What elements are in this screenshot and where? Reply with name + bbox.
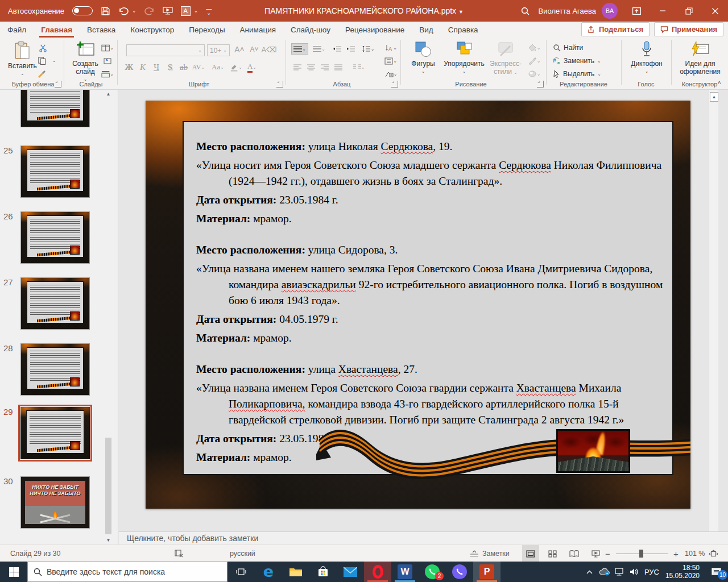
thumbnail-scroll-up-button[interactable]: ▲ bbox=[104, 90, 113, 98]
tray-onedrive-icon[interactable] bbox=[597, 562, 612, 582]
thumbnail-slide-27[interactable] bbox=[20, 277, 90, 330]
zoom-in-button[interactable]: + bbox=[673, 545, 679, 562]
undo-dropdown-caret[interactable]: ⌄ bbox=[132, 8, 136, 14]
taskbar-file-explorer-icon[interactable] bbox=[282, 562, 309, 582]
taskbar-search-box[interactable] bbox=[27, 562, 228, 582]
zoom-slider-thumb[interactable] bbox=[639, 550, 643, 558]
align-text-button[interactable]: ⌄ bbox=[382, 55, 399, 66]
reset-slide-button[interactable] bbox=[101, 55, 114, 66]
convert-smartart-button[interactable]: ⌄ bbox=[382, 68, 399, 80]
tab-slideshow[interactable]: Слайд-шоу bbox=[283, 22, 338, 38]
comments-button[interactable]: Примечания bbox=[654, 22, 723, 36]
replace-button[interactable]: bcЗаменить ⌄ bbox=[553, 55, 615, 66]
editor-scrollbar[interactable]: ▲ bbox=[709, 90, 718, 531]
font-dialog-launcher[interactable] bbox=[276, 81, 283, 88]
taskbar-powerpoint-icon[interactable]: P bbox=[473, 562, 500, 582]
tray-language-indicator[interactable]: РУС bbox=[642, 562, 662, 582]
tab-design[interactable]: Конструктор bbox=[123, 22, 181, 38]
restore-button[interactable] bbox=[676, 0, 702, 22]
tray-volume-icon[interactable] bbox=[627, 562, 642, 582]
action-center-button[interactable]: 10 bbox=[704, 562, 728, 582]
close-button[interactable] bbox=[702, 0, 728, 22]
copy-button[interactable] bbox=[35, 55, 48, 66]
collapse-ribbon-button[interactable]: ˄ bbox=[718, 79, 721, 86]
text-direction-button[interactable]: А⌄ bbox=[382, 42, 399, 53]
taskbar-search-input[interactable] bbox=[47, 567, 212, 576]
tray-network-icon[interactable] bbox=[612, 562, 627, 582]
customize-qat-button[interactable]: —⌄ bbox=[206, 7, 212, 15]
undo-button[interactable] bbox=[118, 6, 129, 15]
section-button[interactable]: ⌄ bbox=[101, 68, 114, 80]
taskbar-viber-icon[interactable] bbox=[446, 562, 473, 582]
avatar[interactable]: ВА bbox=[602, 3, 618, 19]
taskbar-mail-icon[interactable] bbox=[337, 562, 364, 582]
shapes-button[interactable]: Фигуры ⌄ bbox=[407, 41, 439, 76]
slide-text-box[interactable]: Место расположения: улица Николая Сердюк… bbox=[183, 121, 673, 475]
arrange-button[interactable]: Упорядочить ⌄ bbox=[441, 41, 487, 76]
paste-button[interactable]: Вставить ⌄ bbox=[8, 41, 37, 78]
clipboard-dialog-launcher[interactable] bbox=[55, 81, 61, 88]
tab-home[interactable]: Главная bbox=[34, 22, 80, 38]
reading-view-button[interactable] bbox=[565, 545, 582, 562]
numbering-button[interactable]: ⌄ bbox=[311, 43, 328, 55]
drawing-dialog-launcher[interactable] bbox=[537, 81, 544, 88]
slide-layout-button[interactable]: ⌄ bbox=[101, 42, 114, 53]
thumbnail-scrollbar[interactable]: ▲ ▼ bbox=[104, 90, 113, 544]
notes-pane[interactable]: Щелкните, чтобы добавить заметки bbox=[119, 531, 728, 544]
user-name[interactable]: Виолетта Агаева bbox=[539, 7, 596, 15]
new-slide-button[interactable]: Создать слайд ⌄ bbox=[69, 41, 101, 84]
start-slideshow-icon[interactable] bbox=[163, 6, 173, 15]
share-button[interactable]: Поделиться bbox=[581, 22, 650, 36]
minimize-button[interactable] bbox=[650, 0, 676, 22]
format-painter-button[interactable] bbox=[35, 68, 48, 80]
copy-dropdown-caret[interactable]: ⌄ bbox=[48, 55, 60, 66]
spell-check-icon[interactable] bbox=[174, 545, 184, 562]
task-view-button[interactable] bbox=[228, 562, 255, 582]
notes-toggle-button[interactable]: Заметки bbox=[470, 545, 510, 562]
thumbnail-slide-24-partial[interactable] bbox=[20, 90, 90, 127]
tab-view[interactable]: Вид bbox=[412, 22, 440, 38]
thumbnail-slide-28[interactable] bbox=[20, 343, 90, 396]
start-button[interactable] bbox=[0, 562, 27, 582]
tab-insert[interactable]: Вставка bbox=[80, 22, 123, 38]
search-icon[interactable] bbox=[512, 0, 539, 22]
thumbnail-slide-29-selected[interactable] bbox=[18, 405, 92, 462]
thumbnail-scroll-down-button[interactable]: ▼ bbox=[104, 536, 113, 544]
taskbar-opera-icon[interactable] bbox=[364, 562, 391, 582]
editor-scroll-up-button[interactable]: ▲ bbox=[710, 92, 718, 102]
tab-transitions[interactable]: Переходы bbox=[181, 22, 232, 38]
taskbar-word-icon[interactable]: W bbox=[391, 562, 419, 582]
tab-review[interactable]: Рецензирование bbox=[338, 22, 412, 38]
line-spacing-button[interactable]: ⌄ bbox=[359, 43, 377, 55]
tab-help[interactable]: Справка bbox=[441, 22, 486, 38]
thumbnail-slide-26[interactable] bbox=[20, 211, 90, 264]
fit-slide-to-window-button[interactable] bbox=[709, 545, 718, 562]
save-icon[interactable] bbox=[101, 6, 110, 16]
tab-animations[interactable]: Анимация bbox=[233, 22, 283, 38]
language-indicator[interactable]: русский bbox=[230, 545, 255, 562]
tray-clock[interactable]: 18:50 15.05.2020 bbox=[662, 564, 704, 580]
taskbar-store-icon[interactable] bbox=[309, 562, 337, 582]
taskbar-edge-icon[interactable]: e bbox=[255, 562, 282, 582]
touch-mode-caret[interactable]: ⌄ bbox=[194, 8, 198, 14]
slideshow-view-button[interactable] bbox=[587, 545, 604, 562]
paragraph-dialog-launcher[interactable] bbox=[391, 81, 398, 88]
zoom-out-button[interactable]: − bbox=[605, 545, 610, 562]
zoom-level[interactable]: 101 % bbox=[685, 545, 705, 562]
find-button[interactable]: Найти bbox=[553, 42, 610, 53]
thumbnail-slide-30[interactable]: НИКТО НЕ ЗАБЫТНИЧТО НЕ ЗАБЫТО bbox=[20, 476, 90, 529]
tray-show-hidden-icons-chevron[interactable] bbox=[582, 562, 597, 582]
slide-sorter-view-button[interactable] bbox=[544, 545, 561, 562]
cut-button[interactable] bbox=[36, 42, 49, 53]
thumbnail-scroll-thumb[interactable] bbox=[105, 438, 111, 534]
ribbon-display-options-button[interactable] bbox=[623, 0, 650, 22]
eternal-flame-image[interactable] bbox=[556, 429, 630, 473]
tab-file[interactable]: Файл bbox=[0, 22, 34, 38]
design-ideas-button[interactable]: Идеи дляоформления bbox=[676, 41, 725, 76]
taskbar-whatsapp-icon[interactable]: 2 bbox=[419, 562, 446, 582]
normal-view-button[interactable] bbox=[522, 545, 539, 562]
dictate-button[interactable]: Диктофон ⌄ bbox=[626, 41, 668, 76]
touch-mode-button[interactable]: A bbox=[181, 6, 191, 16]
thumbnail-slide-25[interactable] bbox=[20, 146, 90, 198]
bullets-button[interactable]: ⌄ bbox=[291, 43, 308, 55]
